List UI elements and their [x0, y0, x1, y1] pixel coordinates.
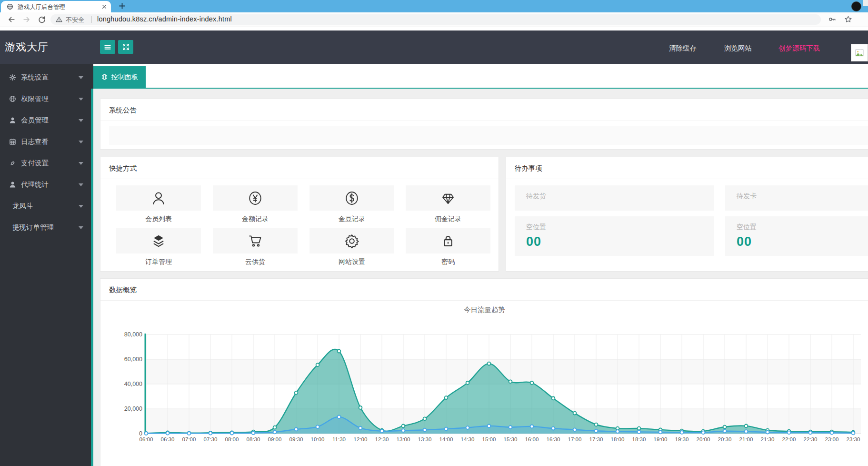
- shortcut-云供货[interactable]: 云供货: [213, 228, 298, 266]
- shortcut-金豆记录[interactable]: 金豆记录: [309, 185, 394, 223]
- shortcut-订单管理[interactable]: 订单管理: [116, 228, 201, 266]
- svg-text:12:00: 12:00: [354, 436, 368, 442]
- calendar-icon: [9, 138, 17, 146]
- sidebar-item-龙凤斗[interactable]: 龙凤斗: [0, 195, 91, 217]
- shortcut-label: 密码: [406, 258, 490, 266]
- user-icon: [9, 181, 17, 189]
- svg-text:20:30: 20:30: [718, 436, 732, 442]
- svg-text:15:00: 15:00: [482, 436, 496, 442]
- plug-icon: [9, 159, 17, 167]
- svg-text:09:00: 09:00: [268, 436, 282, 442]
- todo-panel-title: 待办事项: [506, 157, 868, 179]
- new-tab-button[interactable]: [118, 1, 127, 10]
- window-corner-fragment: [863, 0, 868, 6]
- svg-text:80,000: 80,000: [124, 331, 142, 338]
- todo-panel: 待办事项 待发货待发卡空位置00空位置00: [506, 157, 868, 272]
- forward-icon[interactable]: [22, 15, 31, 24]
- dollar-circle-icon: [344, 190, 360, 206]
- overview-panel-title: 数据概览: [100, 279, 868, 301]
- shortcut-金额记录[interactable]: 金额记录: [213, 185, 298, 223]
- user-outline-icon: [150, 190, 167, 206]
- bookmark-star-icon[interactable]: [844, 15, 853, 24]
- svg-text:06:30: 06:30: [161, 436, 175, 442]
- svg-text:21:00: 21:00: [739, 436, 753, 442]
- sidebar-item-提现订单管理[interactable]: 提现订单管理: [0, 217, 91, 238]
- todo-card-value: 00: [737, 234, 868, 249]
- sidebar-item-label: 系统设置: [21, 73, 49, 82]
- svg-text:20:00: 20:00: [697, 436, 710, 442]
- todo-card-空位置-3[interactable]: 空位置00: [725, 216, 868, 256]
- app-header: 游戏大厅 清除缓存浏览网站创梦源码下载: [0, 30, 868, 64]
- todo-card-value: 00: [526, 234, 714, 249]
- chevron-down-icon: [79, 162, 83, 165]
- svg-text:13:00: 13:00: [397, 436, 410, 442]
- announcement-empty-box: [109, 126, 868, 145]
- svg-text:09:30: 09:30: [289, 436, 303, 442]
- chevron-down-icon: [79, 98, 83, 101]
- browse-site-link[interactable]: 浏览网站: [724, 30, 752, 64]
- svg-text:06:00: 06:00: [140, 436, 153, 442]
- app-logo: 游戏大厅: [5, 30, 49, 64]
- sidebar-item-会员管理[interactable]: 会员管理: [0, 110, 91, 131]
- shortcut-密码[interactable]: 密码: [406, 228, 490, 266]
- shortcut-佣金记录[interactable]: 佣金记录: [406, 185, 490, 223]
- todo-card-空位置-2[interactable]: 空位置00: [515, 216, 714, 256]
- tab-dashboard-label: 控制面板: [111, 73, 138, 81]
- globe-icon: [9, 95, 17, 103]
- svg-text:17:30: 17:30: [589, 436, 603, 442]
- fullscreen-button[interactable]: [118, 40, 133, 54]
- todo-card-label: 待发货: [526, 192, 714, 201]
- sidebar-item-权限管理[interactable]: 权限管理: [0, 88, 91, 110]
- sidebar-item-代理统计[interactable]: 代理统计: [0, 174, 91, 195]
- svg-text:10:00: 10:00: [311, 436, 325, 442]
- todo-card-label: 空位置: [737, 223, 868, 232]
- avatar[interactable]: [851, 44, 868, 61]
- sidebar-item-日志查看[interactable]: 日志查看: [0, 131, 91, 152]
- shortcut-label: 佣金记录: [406, 215, 490, 223]
- shortcut-label: 订单管理: [116, 258, 201, 266]
- chevron-down-icon: [79, 141, 83, 143]
- svg-text:19:30: 19:30: [675, 436, 689, 442]
- not-secure-warning-icon: [55, 16, 63, 23]
- announcement-panel: 系统公告: [100, 99, 868, 150]
- browser-tab[interactable]: 游戏大厅后台管理: [1, 1, 111, 12]
- key-icon[interactable]: [828, 15, 837, 24]
- todo-card-待发卡-1[interactable]: 待发卡: [725, 185, 868, 211]
- tab-dashboard[interactable]: 控制面板: [93, 66, 146, 88]
- browser-profile-icon[interactable]: [851, 1, 861, 11]
- shortcut-label: 金豆记录: [309, 215, 394, 223]
- todo-card-待发货-0[interactable]: 待发货: [515, 185, 714, 211]
- security-label: 不安全: [66, 16, 84, 24]
- tab-close-icon[interactable]: [101, 3, 108, 10]
- clear-cache-link[interactable]: 清除缓存: [669, 30, 697, 64]
- yen-circle-icon: [247, 190, 263, 206]
- gear-icon: [9, 73, 17, 81]
- svg-text:07:30: 07:30: [204, 436, 218, 442]
- svg-text:08:00: 08:00: [225, 436, 239, 442]
- url-text: longhudou.k8sz.cn/admin-index-index.html: [97, 15, 232, 23]
- sidebar-item-label: 会员管理: [21, 116, 49, 125]
- svg-text:07:00: 07:00: [182, 436, 196, 442]
- shortcut-网站设置[interactable]: 网站设置: [309, 228, 394, 266]
- refresh-icon[interactable]: [37, 15, 47, 24]
- collapse-menu-button[interactable]: [100, 40, 115, 54]
- layers-icon: [150, 233, 167, 249]
- workspace-tabbar: 控制面板: [93, 64, 868, 89]
- shortcut-label: 会员列表: [116, 215, 201, 223]
- overview-panel: 数据概览 今日流量趋势 020,00040,00060,00080,00006:…: [100, 278, 868, 466]
- cart-icon: [247, 233, 263, 249]
- chevron-down-icon: [79, 226, 83, 229]
- shortcuts-panel: 快捷方式 会员列表金额记录金豆记录佣金记录订单管理云供货网站设置密码: [100, 157, 499, 272]
- sidebar: 系统设置权限管理会员管理日志查看支付设置代理统计龙凤斗提现订单管理: [0, 64, 93, 466]
- address-bar[interactable]: 不安全 longhudou.k8sz.cn/admin-index-index.…: [50, 14, 821, 25]
- svg-text:60,000: 60,000: [124, 356, 142, 363]
- svg-text:08:30: 08:30: [247, 436, 260, 442]
- svg-text:20,000: 20,000: [124, 405, 142, 412]
- sidebar-item-支付设置[interactable]: 支付设置: [0, 152, 91, 174]
- svg-text:19:00: 19:00: [654, 436, 668, 442]
- svg-text:14:00: 14:00: [439, 436, 453, 442]
- shortcut-会员列表[interactable]: 会员列表: [116, 185, 201, 223]
- back-icon[interactable]: [7, 15, 16, 24]
- source-download-link[interactable]: 创梦源码下载: [778, 30, 820, 64]
- sidebar-item-系统设置[interactable]: 系统设置: [0, 67, 91, 88]
